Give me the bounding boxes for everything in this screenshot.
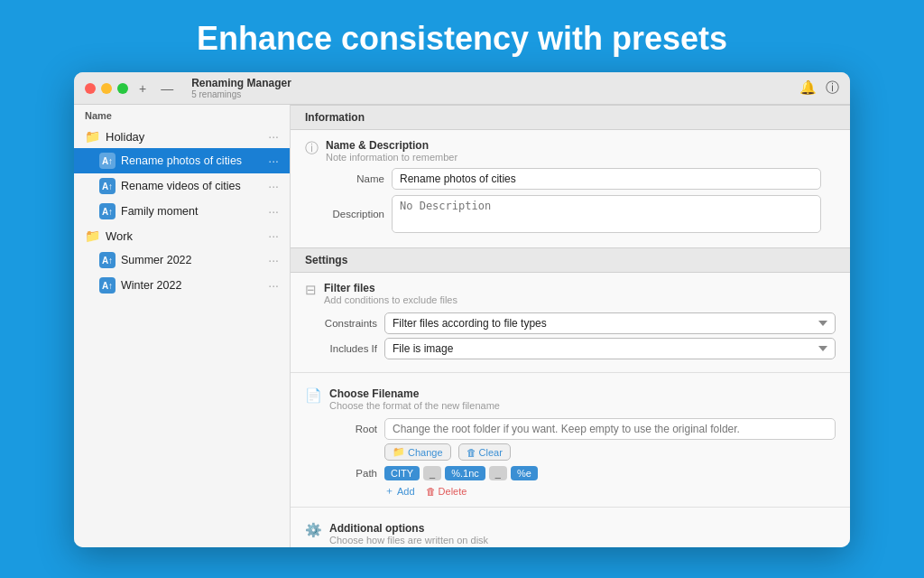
renaming-item-rename-videos[interactable]: A↑ Rename videos of cities ··· [74,173,290,199]
rename-photos-label: Rename photos of cities [121,154,263,167]
path-tag-format[interactable]: %.1nc [445,466,485,480]
change-button[interactable]: 📁 Change [384,443,451,461]
constraints-select[interactable]: Filter files according to file types [384,312,836,334]
delete-path-tag-button[interactable]: 🗑 Delete [426,484,467,498]
divider-1 [291,372,850,373]
choose-filename-text: Choose Filename Choose the format of the… [329,387,500,411]
additional-header: ⚙️ Additional options Choose how files a… [305,522,836,545]
titlebar-subtitle: 5 renamings [191,89,291,99]
help-icon[interactable]: ⓘ [826,79,839,97]
minimize-button[interactable] [101,83,112,94]
path-tag-sep1[interactable]: _ [423,466,441,480]
window-body: Name 📁 Holiday ··· A↑ Rename photos of c… [74,105,850,547]
divider-2 [291,507,850,508]
rename-icon-2: A↑ [99,178,116,194]
additional-block: ⚙️ Additional options Choose how files a… [291,513,850,547]
name-desc-content: Name & Description Note information to r… [326,139,836,163]
info-section-header: Information [291,105,850,130]
rename-icon-4: A↑ [99,252,116,268]
filter-files-header: ⊟ Filter files Add conditions to exclude… [305,282,836,305]
close-button[interactable] [85,83,96,94]
gear-icon: ⚙️ [305,522,322,538]
name-field-row: Name [319,168,821,190]
filter-files-sub: Add conditions to exclude files [324,294,457,305]
page-headline: Enhance consistency with presets [0,0,924,72]
name-desc-sub: Note information to remember [326,152,836,163]
family-menu[interactable]: ··· [268,204,279,219]
notifications-icon[interactable]: 🔔 [799,79,817,97]
delete-btn-label: Delete [439,486,467,497]
path-tag-city[interactable]: CITY [384,466,420,480]
folder-holiday-menu[interactable]: ··· [268,129,279,144]
choose-filename-block: 📄 Choose Filename Choose the format of t… [291,378,850,501]
info-block: ⓘ Name & Description Note information to… [291,130,850,247]
add-icon: ＋ [384,484,394,498]
info-icon: ⓘ [305,140,319,157]
renaming-item-summer[interactable]: A↑ Summer 2022 ··· [74,247,290,273]
constraints-row: Constraints Filter files according to fi… [305,312,836,334]
includes-if-select[interactable]: File is image [384,338,836,359]
name-field-label: Name [319,173,384,184]
desc-textarea[interactable] [392,195,821,233]
additional-text: Additional options Choose how files are … [329,522,488,545]
change-btn-label: Change [408,447,443,458]
name-input[interactable] [392,168,821,190]
desc-field-label: Description [319,209,384,219]
folder-icon: 📁 [85,129,100,144]
clear-btn-label: Clear [479,447,503,458]
clear-button[interactable]: 🗑 Clear [458,443,511,461]
desc-field-row: Description [319,195,821,233]
path-tag-sep2[interactable]: _ [489,466,507,480]
folder-icon-2: 📁 [85,228,100,243]
path-tag-ext[interactable]: %e [511,466,538,480]
winter-label: Winter 2022 [121,279,263,292]
add-btn-label: Add [397,486,415,497]
remove-renaming-button[interactable]: — [157,81,177,96]
folder-holiday-label: Holiday [106,130,263,144]
name-desc-title: Name & Description [326,139,836,152]
winter-menu[interactable]: ··· [268,278,279,293]
constraints-label: Constraints [305,318,377,329]
path-label: Path [305,468,377,479]
summer-menu[interactable]: ··· [268,253,279,267]
add-renaming-button[interactable]: + [135,81,150,96]
choose-filename-header: 📄 Choose Filename Choose the format of t… [305,387,836,411]
rename-icon-5: A↑ [99,277,116,294]
folder-holiday[interactable]: 📁 Holiday ··· [74,125,290,148]
root-label: Root [305,424,377,434]
includes-if-label: Includes If [305,343,377,354]
folder-work[interactable]: 📁 Work ··· [74,224,290,247]
folder-work-menu[interactable]: ··· [268,228,279,243]
filter-files-block: ⊟ Filter files Add conditions to exclude… [291,273,850,367]
left-panel: Name 📁 Holiday ··· A↑ Rename photos of c… [74,105,291,547]
folder-icon-change: 📁 [393,446,405,458]
choose-filename-sub: Choose the format of the new filename [329,400,500,411]
titlebar: + — Renaming Manager 5 renamings 🔔 ⓘ [74,72,850,105]
delete-icon: 🗑 [426,486,436,497]
filter-files-text: Filter files Add conditions to exclude f… [324,282,457,305]
root-input[interactable] [384,418,836,440]
add-path-tag-button[interactable]: ＋ Add [384,484,415,498]
choose-filename-title: Choose Filename [329,387,500,400]
includes-if-row: Includes If File is image [305,338,836,359]
rename-icon: A↑ [99,153,116,169]
name-desc-row: ⓘ Name & Description Note information to… [305,139,836,163]
filter-files-title: Filter files [324,282,457,294]
renaming-item-family[interactable]: A↑ Family moment ··· [74,199,290,224]
col-header-name: Name [74,105,290,125]
rename-photos-menu[interactable]: ··· [268,154,279,168]
path-row: Path CITY _ %.1nc _ %e [305,466,836,480]
filter-icon: ⊟ [305,282,317,298]
titlebar-right-actions: 🔔 ⓘ [799,79,839,97]
right-panel: Information ⓘ Name & Description Note in… [291,105,850,547]
maximize-button[interactable] [117,83,128,94]
additional-sub: Choose how files are written on disk [329,535,488,545]
root-row: Root [305,418,836,440]
renaming-item-winter[interactable]: A↑ Winter 2022 ··· [74,273,290,298]
settings-section-header: Settings [291,247,850,273]
family-moment-label: Family moment [121,205,263,218]
renaming-item-rename-photos[interactable]: A↑ Rename photos of cities ··· [74,148,290,173]
folder-work-label: Work [106,229,263,243]
titlebar-title: Renaming Manager [191,77,291,89]
rename-videos-menu[interactable]: ··· [268,179,279,193]
